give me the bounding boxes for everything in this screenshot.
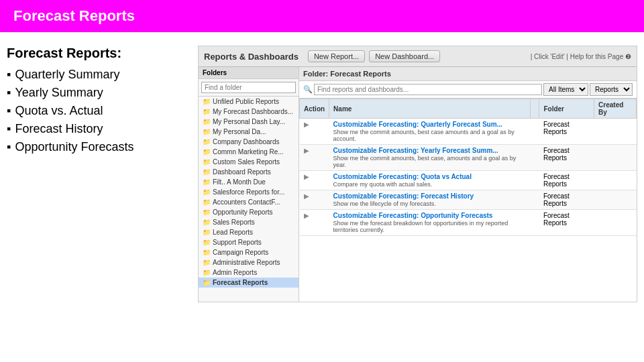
- folder-item[interactable]: 📁Lead Reports: [199, 227, 299, 237]
- name-cell: Customizable Forecasting: Quota vs Actua…: [329, 171, 531, 190]
- sort-cell: [531, 210, 539, 236]
- folder-item[interactable]: 📁Administrative Reports: [199, 257, 299, 267]
- folder-item[interactable]: 📁Accounters ContactF...: [199, 197, 299, 207]
- folder-item[interactable]: 📁Salesforce Reports for...: [199, 187, 299, 197]
- created-by-cell: [594, 119, 637, 145]
- reports-search-input[interactable]: [314, 84, 542, 95]
- col-created-by[interactable]: Created By: [594, 99, 637, 119]
- sort-cell: [531, 190, 539, 210]
- table-row: ▶ Customizable Forecasting: Quota vs Act…: [300, 171, 637, 190]
- search-icon: 🔍: [303, 85, 313, 94]
- col-name[interactable]: Name: [329, 99, 531, 119]
- report-name-link[interactable]: Customizable Forecasting: Forecast Histo…: [333, 192, 527, 200]
- col-sort: [531, 99, 539, 119]
- page-title: Forecast Reports: [13, 7, 135, 25]
- folder-cell: Forecast Reports: [539, 190, 594, 210]
- rd-body: Folders 📁Unfiled Public Reports 📁My Fore…: [199, 67, 637, 302]
- sort-cell: [531, 171, 539, 190]
- rd-toolbar: Reports & Dashboards New Report... New D…: [199, 46, 637, 67]
- folder-item[interactable]: 📁My Forecast Dashboards...: [199, 107, 299, 117]
- report-name-link[interactable]: Customizable Forecasting: Yearly Forecas…: [333, 147, 527, 154]
- list-item[interactable]: Yearly Summary: [7, 86, 184, 100]
- action-cell[interactable]: ▶: [300, 190, 329, 210]
- table-row: ▶ Customizable Forecasting: Quarterly Fo…: [300, 119, 637, 145]
- report-name-link[interactable]: Customizable Forecasting: Quarterly Fore…: [333, 121, 527, 128]
- report-desc: Show me the commit amounts, best case, a…: [333, 155, 527, 168]
- reports-path: Folder: Forecast Reports: [303, 70, 633, 78]
- sort-cell: [531, 145, 539, 171]
- folder-item[interactable]: 📁Unfiled Public Reports: [199, 97, 299, 107]
- new-report-button[interactable]: New Report...: [308, 50, 365, 62]
- reports-panel: Folder: Forecast Reports 🔍 All Items Rep…: [299, 67, 637, 302]
- folder-item[interactable]: 📁Dashboard Reports: [199, 167, 299, 177]
- folder-item[interactable]: 📁Support Reports: [199, 237, 299, 247]
- created-by-cell: [594, 171, 637, 190]
- folder-cell: Forecast Reports: [539, 145, 594, 171]
- help-text[interactable]: | Click 'Edit' | Help for this Page ❷: [531, 53, 631, 60]
- folder-cell: Forecast Reports: [539, 119, 594, 145]
- col-folder[interactable]: Folder: [539, 99, 594, 119]
- folder-item[interactable]: 📁Admin Reports: [199, 267, 299, 278]
- filter-select-items[interactable]: All Items: [543, 83, 588, 96]
- report-name-link[interactable]: Customizable Forecasting: Opportunity Fo…: [333, 212, 527, 219]
- folder-item[interactable]: 📁Filt.. A Month Due: [199, 177, 299, 187]
- left-heading: Forecast Reports:: [7, 46, 184, 61]
- list-item[interactable]: Quarterly Summary: [7, 68, 184, 82]
- report-desc: Show me the lifecycle of my forecasts.: [333, 200, 527, 207]
- report-name-link[interactable]: Customizable Forecasting: Quota vs Actua…: [333, 173, 527, 180]
- folder-search-input[interactable]: [201, 82, 296, 93]
- created-by-cell: [594, 210, 637, 236]
- folder-panel: Folders 📁Unfiled Public Reports 📁My Fore…: [199, 67, 299, 302]
- table-row: ▶ Customizable Forecasting: Forecast His…: [300, 190, 637, 210]
- name-cell: Customizable Forecasting: Opportunity Fo…: [329, 210, 531, 236]
- folder-item[interactable]: 📁Custom Sales Reports: [199, 157, 299, 167]
- folder-item[interactable]: 📁Commn Marketing Re...: [199, 147, 299, 157]
- folder-item[interactable]: 📁Sales Reports: [199, 217, 299, 227]
- folder-item[interactable]: 📁Company Dashboards: [199, 137, 299, 147]
- list-item[interactable]: Forecast History: [7, 122, 184, 136]
- filter-select-type[interactable]: Reports: [590, 83, 633, 96]
- folder-item[interactable]: 📁My Personal Da...: [199, 127, 299, 137]
- folder-search-box: [199, 79, 299, 97]
- report-desc: Show me the commit amounts, best case am…: [333, 129, 527, 142]
- rd-toolbar-title: Reports & Dashboards: [204, 52, 299, 62]
- sort-cell: [531, 119, 539, 145]
- action-cell[interactable]: ▶: [300, 171, 329, 190]
- new-dashboard-button[interactable]: New Dashboard...: [369, 50, 440, 62]
- reports-table-scroll: Action Name Folder Created By ▶ Customiz…: [299, 99, 637, 302]
- name-cell: Customizable Forecasting: Quarterly Fore…: [329, 119, 531, 145]
- action-cell[interactable]: ▶: [300, 210, 329, 236]
- list-item[interactable]: Quota vs. Actual: [7, 104, 184, 118]
- created-by-cell: [594, 190, 637, 210]
- main-content: Forecast Reports: Quarterly Summary Year…: [0, 32, 644, 316]
- folder-list: 📁Unfiled Public Reports 📁My Forecast Das…: [199, 97, 299, 288]
- table-row: ▶ Customizable Forecasting: Yearly Forec…: [300, 145, 637, 171]
- folder-item[interactable]: 📁Opportunity Reports: [199, 207, 299, 217]
- created-by-cell: [594, 145, 637, 171]
- left-panel: Forecast Reports: Quarterly Summary Year…: [7, 46, 184, 302]
- folder-item[interactable]: 📁Campaign Reports: [199, 247, 299, 257]
- folders-header: Folders: [199, 67, 299, 79]
- folder-item-forecast-reports[interactable]: 📁Forecast Reports: [199, 278, 299, 288]
- folder-item[interactable]: 📁My Personal Dash Lay...: [199, 117, 299, 127]
- report-list: Quarterly Summary Yearly Summary Quota v…: [7, 68, 184, 154]
- name-cell: Customizable Forecasting: Yearly Forecas…: [329, 145, 531, 171]
- report-desc: Show me the forecast breakdown for oppor…: [333, 220, 527, 233]
- folder-cell: Forecast Reports: [539, 171, 594, 190]
- table-row: ▶ Customizable Forecasting: Opportunity …: [300, 210, 637, 236]
- reports-search-bar: 🔍 All Items Reports: [299, 81, 637, 99]
- reports-path-bar: Folder: Forecast Reports: [299, 67, 637, 81]
- right-panel: Reports & Dashboards New Report... New D…: [198, 46, 637, 302]
- action-cell[interactable]: ▶: [300, 145, 329, 171]
- reports-table: Action Name Folder Created By ▶ Customiz…: [299, 99, 637, 236]
- folder-cell: Forecast Reports: [539, 210, 594, 236]
- report-desc: Compare my quota with actual sales.: [333, 181, 527, 188]
- name-cell: Customizable Forecasting: Forecast Histo…: [329, 190, 531, 210]
- action-cell[interactable]: ▶: [300, 119, 329, 145]
- col-action: Action: [300, 99, 329, 119]
- list-item[interactable]: Opportunity Forecasts: [7, 140, 184, 154]
- header-bar: Forecast Reports: [0, 0, 644, 32]
